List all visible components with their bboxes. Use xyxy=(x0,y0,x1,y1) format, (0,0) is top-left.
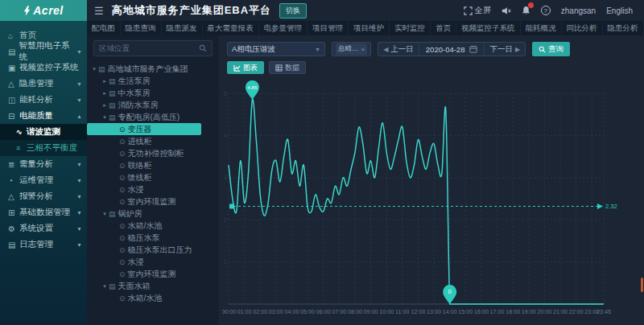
tab-最大需量报表[interactable]: 最大需量报表 xyxy=(203,21,259,35)
sidebar-item-报警分析[interactable]: △报警分析▼ xyxy=(0,188,87,204)
tree-node-专配电房(高低压)[interactable]: ▾▤专配电房(高低压) xyxy=(87,111,219,123)
sidebar-item-日志管理[interactable]: ▤日志管理▼ xyxy=(0,237,87,253)
svg-text:18:00: 18:00 xyxy=(506,308,520,315)
harmonic-line-chart[interactable]: 1234500:0001:0002:0003:0004:0005:0006:00… xyxy=(222,80,636,323)
tree-node-室内环境监测[interactable]: ⊙室内环境监测 xyxy=(87,195,219,208)
tab-能耗概况[interactable]: 能耗概况 xyxy=(521,21,562,35)
tree-node-天面水箱[interactable]: ▾▤天面水箱 xyxy=(87,280,219,292)
folder-icon: ▤ xyxy=(109,210,116,218)
tree-node-label: 进线柜 xyxy=(128,136,152,147)
sidebar-item-基础数据管理[interactable]: ⊞基础数据管理▼ xyxy=(0,204,87,220)
tree-node-水浸[interactable]: ⊙水浸 xyxy=(87,256,219,268)
tree-node-label: 联络柜 xyxy=(128,160,152,171)
sidebar-item-label: 系统设置 xyxy=(19,223,53,234)
collapse-icon[interactable]: ▾ xyxy=(101,283,109,290)
metric-multiselect[interactable]: 总畸… × xyxy=(332,42,371,56)
tree-node-无功补偿控制柜[interactable]: ⊙无功补偿控制柜 xyxy=(87,147,219,159)
menu-toggle-icon[interactable]: ☰ xyxy=(94,5,104,17)
collapse-icon[interactable]: ▾ xyxy=(90,66,98,72)
tab-项目管理[interactable]: 项目管理 xyxy=(308,21,349,35)
tab-实时监控[interactable]: 实时监控 xyxy=(390,21,431,35)
svg-text:09:00: 09:00 xyxy=(364,308,378,315)
tree-node-消防水泵房[interactable]: ▸▤消防水泵房 xyxy=(87,99,219,111)
tree-node-稳压水泵出口压力[interactable]: ⊙稳压水泵出口压力 xyxy=(87,244,219,256)
tree-node-生活泵房[interactable]: ▸▤生活泵房 xyxy=(87,75,219,87)
mute-button[interactable] xyxy=(502,6,511,15)
fullscreen-button[interactable]: 全屏 xyxy=(464,5,491,16)
language-switch[interactable]: English xyxy=(606,6,633,15)
tree-node-高地城市服务产业集团[interactable]: ▾▤高地城市服务产业集团 xyxy=(87,63,219,75)
tree-node-稳压水泵[interactable]: ⊙稳压水泵 xyxy=(87,232,219,244)
sidebar-item-智慧用电子系统[interactable]: ▤智慧用电子系统▼ xyxy=(0,43,87,60)
svg-text:02:00: 02:00 xyxy=(253,308,267,315)
tree-node-label: 中水泵房 xyxy=(118,88,151,99)
collapse-icon[interactable]: ▾ xyxy=(101,114,109,121)
sidebar-subitem-三相不平衡度[interactable]: ≡三相不平衡度 xyxy=(0,140,87,156)
tree-node-进线柜[interactable]: ⊙进线柜 xyxy=(87,135,219,147)
sidebar-item-需量分析[interactable]: ≣需量分析▼ xyxy=(0,156,87,172)
tab-电参量管理[interactable]: 电参量管理 xyxy=(259,21,308,35)
switch-button[interactable]: 切换 xyxy=(279,3,307,19)
notifications-button[interactable] xyxy=(522,6,530,15)
tree-node-室内环境监测[interactable]: ⊙室内环境监测 xyxy=(87,268,219,280)
sidebar-item-视频监控子系统[interactable]: ▣视频监控子系统 xyxy=(0,60,87,76)
svg-text:12:00: 12:00 xyxy=(411,308,425,315)
data-view-button[interactable]: 数据 xyxy=(269,61,306,74)
prev-day-button[interactable]: ◀ 上一日 xyxy=(378,43,419,56)
tab-同比分析[interactable]: 同比分析 xyxy=(562,21,603,35)
sidebar-subitem-谐波监测[interactable]: ∿谐波监测 xyxy=(0,124,87,140)
expand-icon[interactable]: ▸ xyxy=(101,90,109,97)
main-content: A相电压谐波 ▼ 总畸… × ◀ 上一日 2020-04-28 下一日 ▶ xyxy=(219,35,644,325)
tab-隐患派发[interactable]: 隐患派发 xyxy=(162,21,203,35)
expand-icon[interactable]: ▸ xyxy=(101,102,109,109)
tab-label: 最大需量报表 xyxy=(208,23,254,34)
tree-node-水箱/水池[interactable]: ⊙水箱/水池 xyxy=(87,220,219,232)
expand-icon[interactable]: ▸ xyxy=(101,78,109,84)
scroll-indicator[interactable] xyxy=(641,278,643,292)
sidebar-item-隐患管理[interactable]: △隐患管理▼ xyxy=(0,76,87,92)
tree-node-水箱/水池[interactable]: ⊙水箱/水池 xyxy=(87,292,219,304)
tree-node-联络柜[interactable]: ⊙联络柜 xyxy=(87,159,219,171)
sidebar-item-系统设置[interactable]: ⚙系统设置▼ xyxy=(0,220,87,237)
tab-配电图[interactable]: 配电图 xyxy=(87,21,121,35)
meter-icon: ⊙ xyxy=(119,138,126,146)
base-data-icon: ⊞ xyxy=(8,208,19,217)
tree-node-label: 消防水泵房 xyxy=(118,100,159,111)
username[interactable]: zhangsan xyxy=(561,6,596,15)
tab-隐患分析[interactable]: 隐患分析 xyxy=(603,21,644,35)
tag-close-icon[interactable]: × xyxy=(361,46,365,53)
tab-label: 项目管理 xyxy=(312,23,343,34)
chevron-right-icon: ▶ xyxy=(515,46,520,53)
device-tree: ▾▤高地城市服务产业集团▸▤生活泵房▸▤中水泵房▸▤消防水泵房▾▤专配电房(高低… xyxy=(87,63,219,304)
tree-node-水浸[interactable]: ⊙水浸 xyxy=(87,183,219,195)
mark-point[interactable]: 0 xyxy=(443,285,456,304)
harmonic-type-select[interactable]: A相电压谐波 ▼ xyxy=(227,42,325,56)
query-button[interactable]: 查询 xyxy=(532,42,570,56)
metric-tag[interactable]: 总畸… × xyxy=(336,43,367,55)
tree-node-label: 高地城市服务产业集团 xyxy=(108,64,188,75)
next-day-button[interactable]: 下一日 ▶ xyxy=(485,43,525,56)
collapse-icon[interactable]: ▾ xyxy=(101,211,109,217)
chart-view-button[interactable]: 图表 xyxy=(227,61,264,74)
sidebar-item-运维管理[interactable]: ◔运维管理▼ xyxy=(0,172,87,188)
tree-node-中水泵房[interactable]: ▸▤中水泵房 xyxy=(87,87,219,99)
tree-node-label: 水浸 xyxy=(128,257,144,268)
help-icon[interactable]: ? xyxy=(541,6,551,15)
mark-point[interactable]: 4.85 xyxy=(246,80,259,100)
tree-node-馈线柜[interactable]: ⊙馈线柜 xyxy=(87,171,219,183)
tab-视频监控子系统[interactable]: 视频监控子系统 xyxy=(456,21,521,35)
sidebar-item-电能质量[interactable]: ⊟电能质量▲ xyxy=(0,108,87,124)
meter-icon: ⊙ xyxy=(119,246,126,254)
tab-首页[interactable]: 首页 xyxy=(431,21,456,35)
svg-text:0: 0 xyxy=(448,288,452,295)
tree-node-变压器[interactable]: ⊙变压器 xyxy=(87,123,201,135)
tree-node-锅炉房[interactable]: ▾▤锅炉房 xyxy=(87,208,219,220)
tree-node-label: 无功补偿控制柜 xyxy=(128,148,184,159)
video-monitor-icon: ▣ xyxy=(8,64,19,72)
date-picker[interactable]: 2020-04-28 xyxy=(419,43,485,56)
svg-text:16:00: 16:00 xyxy=(474,308,489,315)
tree-search-input[interactable]: 区域位置 xyxy=(93,40,213,56)
sidebar-item-能耗分析[interactable]: ◫能耗分析▼ xyxy=(0,92,87,108)
tab-隐患查询[interactable]: 隐患查询 xyxy=(121,21,162,35)
tab-项目维护[interactable]: 项目维护 xyxy=(349,21,390,35)
